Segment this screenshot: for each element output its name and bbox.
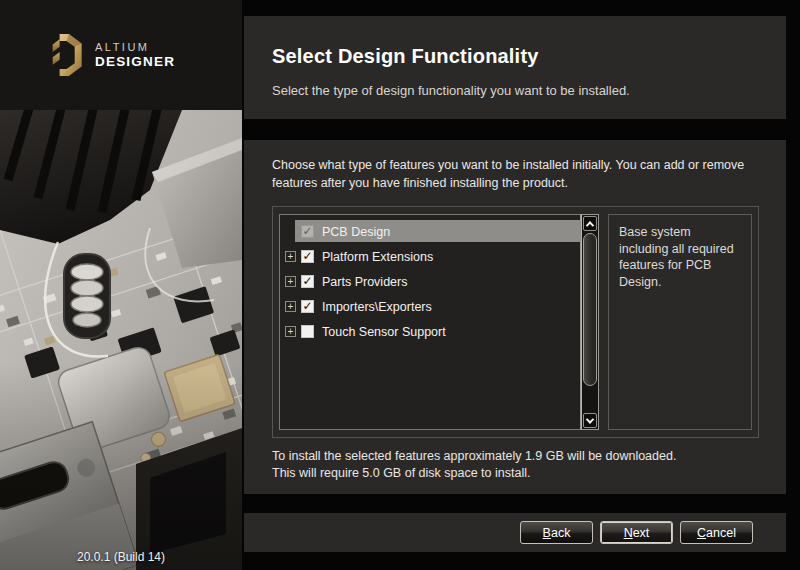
feature-selection-frame: + ✓ PCB Design + ✓ Platform Extensions +… <box>272 206 759 438</box>
chevron-up-icon <box>586 221 594 229</box>
instructions-text: Choose what type of features you want to… <box>272 157 754 192</box>
feature-row-pcb-design[interactable]: + ✓ PCB Design <box>280 219 581 244</box>
disk-space-note: This will require 5.0 GB of disk space t… <box>272 465 759 482</box>
page-title: Select Design Functionality <box>272 45 758 68</box>
feature-row-platform-extensions[interactable]: + ✓ Platform Extensions <box>280 244 581 269</box>
check-icon: ✓ <box>302 249 312 263</box>
brand-name-designer: DESIGNER <box>95 54 175 69</box>
scrollbar-thumb[interactable] <box>583 233 597 386</box>
feature-label: Touch Sensor Support <box>322 325 446 339</box>
feature-label: Importers\Exporters <box>322 300 432 314</box>
feature-checkbox[interactable]: ✓ <box>301 300 314 313</box>
check-icon: ✓ <box>302 224 312 238</box>
next-button[interactable]: Next <box>600 521 673 544</box>
feature-label: Platform Extensions <box>322 250 433 264</box>
check-icon: ✓ <box>302 299 312 313</box>
brand-name-altium: ALTIUM <box>95 41 175 53</box>
scroll-up-button[interactable] <box>583 216 597 231</box>
feature-label: Parts Providers <box>322 275 407 289</box>
pcb-photo-image <box>0 110 242 570</box>
chevron-down-icon <box>586 415 594 423</box>
tree-scrollbar[interactable] <box>581 215 598 429</box>
expand-toggle-icon[interactable]: + <box>285 276 296 287</box>
feature-description-box: Base system including all required featu… <box>608 214 752 430</box>
expand-toggle-icon[interactable]: + <box>285 326 296 337</box>
brand-pane: ALTIUM DESIGNER 20.0.1 (Build 14) <box>0 0 242 570</box>
scroll-down-button[interactable] <box>583 413 597 428</box>
feature-checkbox[interactable]: ✓ <box>301 250 314 263</box>
feature-tree-rows: + ✓ PCB Design + ✓ Platform Extensions +… <box>280 215 581 429</box>
installer-window: ALTIUM DESIGNER 20.0.1 (Build 14) Select… <box>0 0 800 570</box>
check-icon: ✓ <box>302 274 312 288</box>
feature-row-parts-providers[interactable]: + ✓ Parts Providers <box>280 269 581 294</box>
feature-tree: + ✓ PCB Design + ✓ Platform Extensions +… <box>279 214 599 430</box>
feature-row-touch-sensor-support[interactable]: + ✓ Touch Sensor Support <box>280 319 581 344</box>
back-button[interactable]: Back <box>520 521 593 544</box>
feature-checkbox[interactable]: ✓ <box>301 325 314 338</box>
download-size-note: To install the selected features approxi… <box>272 448 759 465</box>
altium-logo: ALTIUM DESIGNER <box>48 24 175 86</box>
expand-toggle-icon[interactable]: + <box>285 251 296 262</box>
feature-checkbox[interactable]: ✓ <box>301 275 314 288</box>
version-label: 20.0.1 (Build 14) <box>0 550 242 564</box>
header-panel: Select Design Functionality Select the t… <box>244 16 786 119</box>
scrollbar-track[interactable] <box>583 232 597 412</box>
altium-logo-icon <box>48 24 84 86</box>
feature-row-importers-exporters[interactable]: + ✓ Importers\Exporters <box>280 294 581 319</box>
logo-area: ALTIUM DESIGNER <box>0 0 242 110</box>
main-panel: Choose what type of features you want to… <box>244 140 786 494</box>
footer-bar: Back Next Cancel <box>244 513 786 552</box>
expand-toggle-icon[interactable]: + <box>285 301 296 312</box>
cancel-button[interactable]: Cancel <box>680 521 753 544</box>
page-subtitle: Select the type of design functionality … <box>272 83 758 98</box>
feature-checkbox[interactable]: ✓ <box>301 225 314 238</box>
feature-label: PCB Design <box>322 225 390 239</box>
